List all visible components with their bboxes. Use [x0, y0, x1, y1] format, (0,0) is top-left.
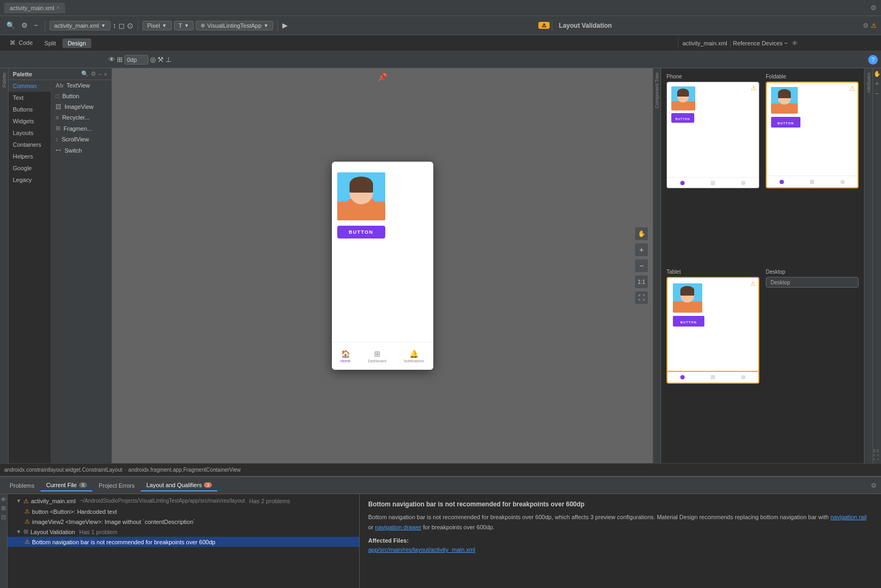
category-common[interactable]: Common [9, 80, 51, 92]
palette-item-scrollview[interactable]: ↕ ScrollView [51, 134, 112, 145]
code-icon: ⌘ [10, 39, 15, 46]
imageview-icon: 🖼 [55, 104, 61, 110]
left-pane-icon2[interactable]: ⊡ [1, 514, 6, 521]
split-tab[interactable]: Split [39, 38, 61, 48]
category-legacy[interactable]: Legacy [9, 174, 51, 186]
file-tab-label: activity_main.xml [10, 5, 54, 11]
right-fit-button[interactable]: ⛶ [873, 454, 879, 460]
pixel-dropdown[interactable]: Pixel ▼ [142, 21, 172, 30]
validation-settings-button[interactable]: ⚙ [863, 22, 869, 29]
eye-toggle-button[interactable]: 👁 [1, 496, 6, 503]
tree-item-button-hardcoded[interactable]: ⚠ button <Button>: Hardcoded text [7, 506, 359, 517]
breadcrumb-fragment-container[interactable]: androidx.fragment.app.FragmentContainerV… [129, 467, 241, 473]
tree-item-layout-validation[interactable]: ▼ ⊞ Layout Validation Has 1 problem [7, 527, 359, 537]
zoom-in-button[interactable]: + [634, 243, 648, 257]
tools-button[interactable]: ⚒ [157, 55, 164, 63]
palette-settings-button[interactable]: ⚙ [91, 70, 96, 77]
nav-rail-link[interactable]: navigation rail [830, 514, 867, 520]
blueprint-button[interactable]: ⊞ [117, 55, 123, 63]
recyclerview-icon: ≡ [55, 114, 59, 121]
tab-problems[interactable]: Problems [4, 480, 39, 491]
component-tree-side: Component Tree [653, 68, 661, 463]
category-layouts[interactable]: Layouts [9, 127, 51, 139]
nav-home[interactable]: 🏠 Home [340, 349, 351, 363]
orient-button[interactable]: ↕ [113, 21, 116, 29]
validation-warning-icon: ⚠ [871, 22, 877, 29]
canvas-button[interactable]: BUTTON [337, 226, 385, 239]
search-button[interactable]: 🔍 [4, 20, 17, 30]
file-dropdown-label: activity_main.xml [54, 22, 99, 29]
foldable-warning-icon: ⚠ [850, 85, 855, 92]
select-mode-button[interactable]: ◻ [118, 21, 125, 30]
validation-file-tab[interactable]: activity_main.xml [682, 40, 727, 46]
app-dropdown[interactable]: ⊕ VisualLintingTestApp ▼ [196, 21, 273, 30]
file-dropdown[interactable]: activity_main.xml ▼ [50, 21, 111, 30]
right-ratio-button[interactable]: 1:1 [873, 448, 879, 453]
tablet-preview: Tablet BUTTO [666, 269, 759, 458]
category-widgets[interactable]: Widgets [9, 115, 51, 127]
zoom-out-button[interactable]: − [634, 259, 648, 273]
tree-item-imageview-desc[interactable]: ⚠ imageView2 <ImageView>: Image without … [7, 517, 359, 527]
align-button[interactable]: ⊥ [165, 55, 171, 63]
svg-rect-20 [680, 290, 694, 296]
select2-button[interactable]: ⊙ [127, 21, 133, 30]
palette-item-switch[interactable]: ⊷ Switch [51, 145, 112, 156]
desktop-label: Desktop [766, 269, 859, 275]
category-containers[interactable]: Containers [9, 139, 51, 150]
palette-item-fragment[interactable]: ⊞ Fragmen... [51, 123, 112, 134]
tab-layout-qualifiers[interactable]: Layout and Qualifiers 3 [141, 480, 217, 491]
bottom-settings-button[interactable]: ⚙ [871, 482, 877, 489]
palette-item-recyclerview[interactable]: ≡ Recycler... [51, 112, 112, 123]
tree-item-activity-main[interactable]: ▼ ⚠ activity_main.xml ~/AndroidStudioPro… [7, 496, 359, 506]
right-hand-button[interactable]: ✋ [874, 70, 881, 77]
play-button[interactable]: ▶ [282, 21, 288, 29]
phone-label: Phone [666, 74, 759, 80]
code-tab[interactable]: ⌘ Code [4, 38, 38, 48]
tree-item-bottom-nav[interactable]: ⚠ Bottom navigation bar is not recommend… [7, 537, 359, 547]
palette-item-button[interactable]: □ Button [51, 91, 112, 101]
file-tab[interactable]: activity_main.xml × [4, 3, 65, 13]
eye-button[interactable]: 👁 [792, 40, 798, 46]
tab-project-errors[interactable]: Project Errors [93, 480, 140, 491]
left-pane-icon1[interactable]: ⊞ [1, 505, 6, 512]
zoom-reset-button[interactable]: 1:1 [634, 275, 648, 289]
palette-item-textview[interactable]: Ab TextView [51, 80, 112, 91]
category-google[interactable]: Google [9, 162, 51, 174]
palette-search-button[interactable]: 🔍 [81, 70, 89, 77]
text-dropdown[interactable]: T ▼ [174, 21, 194, 30]
phone-preview: Phone BUTTON [666, 74, 759, 263]
editor-canvas: 📌 [112, 68, 653, 463]
svg-rect-10 [677, 92, 689, 97]
design-tab[interactable]: Design [62, 38, 91, 48]
right-minus-button[interactable]: − [875, 90, 879, 98]
nav-notifications[interactable]: 🔔 Notifications [404, 349, 424, 363]
palette-minus-button[interactable]: − [98, 70, 101, 77]
switch-icon: ⊷ [55, 147, 61, 154]
file-tab-close[interactable]: × [57, 5, 60, 11]
fit-screen-button[interactable]: ⛶ [634, 291, 648, 305]
category-buttons[interactable]: Buttons [9, 104, 51, 115]
settings-toolbar-button[interactable]: ⚙ [19, 20, 30, 30]
settings-button[interactable]: ⚙ [870, 4, 877, 12]
palette-close-button[interactable]: × [104, 70, 107, 77]
warn-icon-1: ⚠ [23, 498, 29, 505]
layout-validation-icon: ⊞ [23, 528, 28, 535]
category-text[interactable]: Text [9, 92, 51, 104]
nav-drawer-link[interactable]: navigation drawer [375, 524, 422, 530]
render-button[interactable]: 👁 [108, 55, 115, 63]
margin-input[interactable] [124, 55, 148, 65]
right-plus-button[interactable]: + [875, 80, 879, 88]
breadcrumb-constraint-layout[interactable]: androidx.constraintlayout.widget.Constra… [4, 467, 122, 473]
animation-button[interactable]: ◎ [150, 55, 156, 63]
palette-item-imageview[interactable]: 🖼 ImageView [51, 101, 112, 112]
reference-devices-tab[interactable]: Reference Devices ~ [733, 40, 788, 46]
hand-tool-button[interactable]: ✋ [634, 227, 648, 241]
affected-file-link[interactable]: app/src/main/res/layout/activity_main.xm… [368, 546, 475, 553]
canvas-controls: ✋ + − 1:1 ⛶ [634, 227, 648, 305]
attributes-side: Attributes [864, 68, 872, 463]
info-button[interactable]: ? [868, 55, 878, 65]
tab-current-file[interactable]: Current File 5 [41, 480, 92, 491]
nav-dashboard[interactable]: ⊞ Dashboard [368, 349, 386, 363]
category-helpers[interactable]: Helpers [9, 150, 51, 162]
minus-button[interactable]: − [32, 20, 41, 30]
